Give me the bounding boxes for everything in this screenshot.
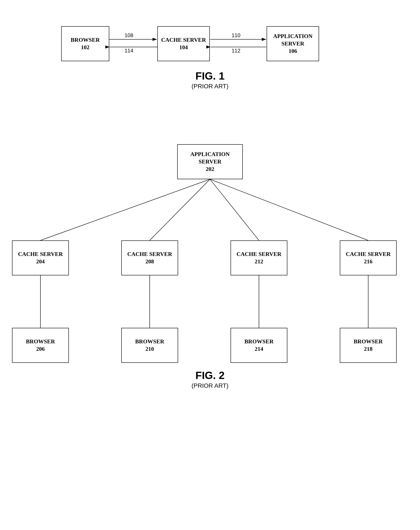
- svg-line-6: [40, 179, 210, 240]
- cache-server-208-label: CACHE SERVER: [127, 250, 172, 258]
- cache-server-216-label: CACHE SERVER: [346, 250, 391, 258]
- fig2-subtitle: (PRIOR ART): [0, 382, 420, 389]
- browser-214-box: BROWSER 214: [231, 328, 287, 363]
- app-server-202-label: APPLICATIONSERVER: [190, 151, 230, 165]
- arrow-114-label: 114: [125, 48, 133, 54]
- fig1-caption: FIG. 1 (PRIOR ART): [0, 70, 420, 90]
- browser-218-label: BROWSER: [354, 338, 383, 345]
- app-server-106-number: 106: [289, 47, 297, 55]
- cache-server-204-label: CACHE SERVER: [18, 250, 63, 258]
- arrow-112-label: 112: [232, 48, 240, 54]
- cache-server-204-number: 204: [36, 258, 45, 265]
- fig1-subtitle: (PRIOR ART): [0, 83, 420, 90]
- browser-206-number: 206: [36, 345, 45, 353]
- cache-server-104-label: CACHE SERVER: [161, 36, 206, 44]
- fig2-diagram: APPLICATIONSERVER 202 CACHE SERVER 204 C…: [0, 131, 420, 481]
- arrow-108-label: 108: [125, 32, 133, 38]
- browser-218-number: 218: [364, 345, 373, 353]
- browser-210-label: BROWSER: [135, 338, 164, 345]
- browser-206-box: BROWSER 206: [12, 328, 69, 363]
- browser-214-label: BROWSER: [245, 338, 274, 345]
- cache-server-104-box: CACHE SERVER 104: [157, 26, 210, 61]
- fig2-number: FIG. 2: [0, 369, 420, 381]
- browser-206-label: BROWSER: [26, 338, 55, 345]
- browser-210-box: BROWSER 210: [121, 328, 178, 363]
- app-server-106-label: APPLICATIONSERVER: [273, 32, 313, 47]
- cache-server-208-number: 208: [145, 258, 154, 265]
- fig1-diagram: BROWSER 102 CACHE SERVER 104 APPLICATION…: [44, 15, 376, 72]
- arrow-110-label: 110: [232, 32, 240, 38]
- browser-102-label: BROWSER: [71, 36, 100, 44]
- browser-102-box: BROWSER 102: [61, 26, 109, 61]
- svg-line-7: [150, 179, 210, 240]
- cache-server-212-box: CACHE SERVER 212: [231, 240, 287, 275]
- cache-server-216-number: 216: [364, 258, 373, 265]
- fig2-lines: [0, 131, 420, 481]
- browser-102-number: 102: [81, 44, 90, 51]
- browser-218-box: BROWSER 218: [340, 328, 397, 363]
- cache-server-212-label: CACHE SERVER: [237, 250, 281, 258]
- app-server-202-box: APPLICATIONSERVER 202: [177, 144, 243, 179]
- cache-server-216-box: CACHE SERVER 216: [340, 240, 397, 275]
- app-server-106-box: APPLICATIONSERVER 106: [267, 26, 319, 61]
- fig1-number: FIG. 1: [0, 70, 420, 82]
- app-server-202-number: 202: [206, 165, 214, 173]
- browser-210-number: 210: [145, 345, 154, 353]
- cache-server-104-number: 104: [179, 44, 188, 51]
- browser-214-number: 214: [255, 345, 263, 353]
- svg-line-8: [210, 179, 259, 240]
- cache-server-208-box: CACHE SERVER 208: [121, 240, 178, 275]
- svg-line-9: [210, 179, 368, 240]
- fig2-container: APPLICATIONSERVER 202 CACHE SERVER 204 C…: [0, 122, 420, 516]
- cache-server-212-number: 212: [255, 258, 263, 265]
- cache-server-204-box: CACHE SERVER 204: [12, 240, 69, 275]
- fig2-caption: FIG. 2 (PRIOR ART): [0, 369, 420, 389]
- fig1-container: BROWSER 102 CACHE SERVER 104 APPLICATION…: [0, 9, 420, 92]
